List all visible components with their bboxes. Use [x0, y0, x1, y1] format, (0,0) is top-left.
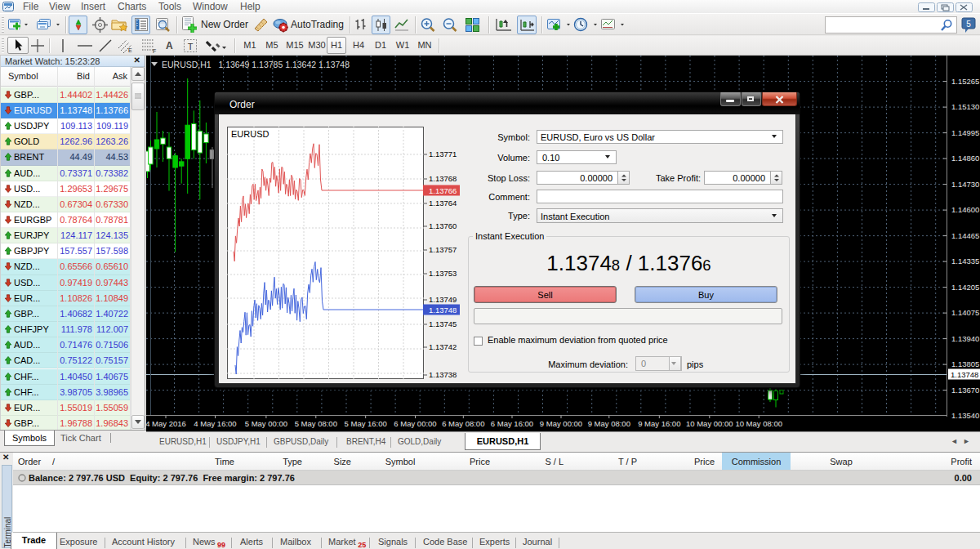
svg-text:5 May 08:00: 5 May 08:00	[295, 419, 337, 428]
svg-text:1.13766: 1.13766	[429, 186, 457, 195]
svg-text:6 May 16:00: 6 May 16:00	[491, 419, 533, 428]
svg-text:EURUSD,H1 1.13649 1.13785 1.: EURUSD,H1 1.13649 1.13785 1.13642 1.1374…	[162, 60, 350, 69]
svg-text:1.13940: 1.13940	[951, 334, 979, 343]
svg-text:F: F	[153, 48, 156, 54]
svg-text:1.15130: 1.15130	[951, 102, 979, 111]
svg-text:1.15265: 1.15265	[951, 77, 979, 86]
svg-text:1.14600: 1.14600	[951, 205, 979, 214]
svg-text:10 May 08:00: 10 May 08:00	[735, 419, 782, 428]
svg-text:1.13757: 1.13757	[429, 245, 457, 254]
svg-text:1.13670: 1.13670	[951, 386, 979, 395]
svg-text:1.13771: 1.13771	[429, 150, 457, 158]
svg-text:1.13738: 1.13738	[429, 370, 457, 379]
svg-text:1.13540: 1.13540	[951, 411, 979, 420]
svg-text:1.14860: 1.14860	[951, 154, 979, 163]
svg-text:1.13748: 1.13748	[951, 370, 978, 379]
svg-text:6 May 00:00: 6 May 00:00	[394, 419, 436, 428]
svg-text:1.13760: 1.13760	[429, 221, 457, 230]
svg-text:4 May 2016: 4 May 2016	[146, 419, 186, 428]
svg-text:1.13745: 1.13745	[429, 319, 457, 328]
svg-text:T: T	[188, 42, 194, 51]
svg-text:EURUSD: EURUSD	[231, 129, 270, 139]
svg-text:1.13764: 1.13764	[429, 199, 457, 208]
svg-text:9 May 16:00: 9 May 16:00	[638, 419, 680, 428]
svg-text:1.13753: 1.13753	[429, 269, 457, 278]
svg-text:5 May 16:00: 5 May 16:00	[345, 419, 387, 428]
svg-text:1.14730: 1.14730	[951, 180, 979, 189]
svg-text:9 May 08:00: 9 May 08:00	[588, 419, 630, 428]
svg-text:1.14205: 1.14205	[951, 283, 979, 292]
svg-text:5 May 00:00: 5 May 00:00	[245, 419, 287, 428]
svg-text:1.13748: 1.13748	[429, 306, 457, 315]
svg-text:1.14075: 1.14075	[951, 308, 979, 317]
svg-text:1.14335: 1.14335	[951, 257, 979, 266]
svg-text:5: 5	[966, 20, 971, 29]
svg-text:1.13805: 1.13805	[951, 359, 979, 368]
svg-text:1.14995: 1.14995	[951, 128, 979, 137]
svg-text:1.13742: 1.13742	[429, 342, 457, 351]
svg-text:4 May 16:00: 4 May 16:00	[194, 419, 236, 428]
svg-text:9 May 00:00: 9 May 00:00	[540, 419, 582, 428]
svg-text:1.13768: 1.13768	[429, 174, 457, 183]
svg-text:1.14465: 1.14465	[951, 231, 979, 240]
svg-text:1.13749: 1.13749	[429, 295, 457, 304]
svg-text:6 May 08:00: 6 May 08:00	[442, 419, 484, 428]
svg-text:E: E	[128, 47, 132, 53]
svg-text:10 May 00:00: 10 May 00:00	[686, 419, 733, 428]
